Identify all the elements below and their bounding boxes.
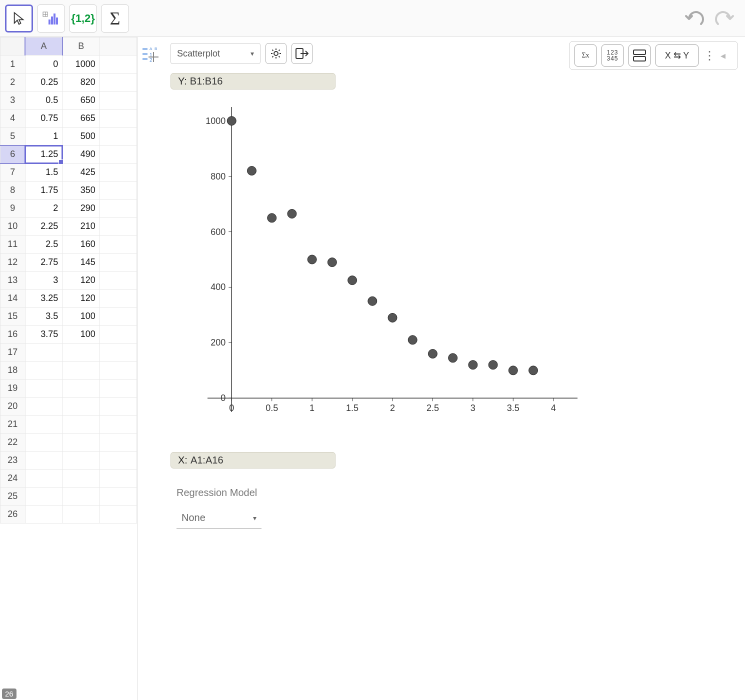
cell-B1[interactable]: 1000 (62, 56, 100, 74)
cell-B2[interactable]: 820 (62, 74, 100, 92)
data-point-4[interactable] (308, 255, 316, 264)
row-header-4[interactable]: 4 (0, 110, 26, 128)
cell-C1[interactable] (100, 56, 136, 74)
cell-C14[interactable] (100, 290, 136, 308)
row-header-13[interactable]: 13 (0, 272, 26, 290)
cell-C19[interactable] (100, 380, 136, 398)
data-point-13[interactable] (488, 360, 498, 370)
cell-C21[interactable] (100, 416, 136, 434)
row-header-6[interactable]: 6 (0, 146, 26, 164)
row-header-21[interactable]: 21 (0, 416, 26, 434)
cell-C16[interactable] (100, 326, 136, 344)
plot-type-select[interactable]: Scatterplot ▾ (170, 43, 260, 64)
cell-B22[interactable] (62, 434, 100, 452)
cell-A23[interactable] (25, 452, 62, 470)
row-header-19[interactable]: 19 (0, 380, 26, 398)
row-header-18[interactable]: 18 (0, 362, 26, 380)
data-point-14[interactable] (508, 366, 518, 375)
show-statistics-button[interactable]: Σx (574, 44, 596, 66)
cell-C25[interactable] (100, 488, 136, 506)
cell-A1[interactable]: 0 (25, 56, 62, 74)
cell-A9[interactable]: 2 (25, 200, 62, 218)
data-point-10[interactable] (428, 350, 437, 358)
more-options-button[interactable]: ⋮ (704, 48, 716, 62)
cell-A15[interactable]: 3.5 (25, 308, 62, 326)
cell-C4[interactable] (100, 110, 136, 128)
row-header-2[interactable]: 2 (0, 74, 26, 92)
sum-tool-button[interactable]: Σ (101, 4, 129, 32)
cell-A21[interactable] (25, 416, 62, 434)
cell-A19[interactable] (25, 380, 62, 398)
undo-button[interactable] (682, 8, 708, 30)
cell-C2[interactable] (100, 74, 136, 92)
x-range-input[interactable]: X: A1:A16 (170, 452, 336, 468)
cell-B25[interactable] (62, 488, 100, 506)
cell-A20[interactable] (25, 398, 62, 416)
cell-C10[interactable] (100, 218, 136, 236)
cell-C12[interactable] (100, 254, 136, 272)
cell-A2[interactable]: 0.25 (25, 74, 62, 92)
row-header-12[interactable]: 12 (0, 254, 26, 272)
data-point-3[interactable] (288, 210, 296, 218)
cell-B17[interactable] (62, 344, 100, 362)
data-point-6[interactable] (348, 276, 357, 285)
cell-A24[interactable] (25, 470, 62, 488)
cell-B23[interactable] (62, 452, 100, 470)
cell-B19[interactable] (62, 380, 100, 398)
cell-C23[interactable] (100, 452, 136, 470)
cell-B12[interactable]: 145 (62, 254, 100, 272)
cell-A16[interactable]: 3.75 (25, 326, 62, 344)
cell-B10[interactable]: 210 (62, 218, 100, 236)
cell-B20[interactable] (62, 398, 100, 416)
data-point-15[interactable] (529, 366, 538, 375)
collapse-panel-button[interactable]: ◂ (720, 50, 732, 62)
cell-A25[interactable] (25, 488, 62, 506)
cell-A11[interactable]: 2.5 (25, 236, 62, 254)
cell-B14[interactable]: 120 (62, 290, 100, 308)
layout-button[interactable] (628, 44, 650, 66)
cell-B13[interactable]: 120 (62, 272, 100, 290)
cell-C3[interactable] (100, 92, 136, 110)
cell-B5[interactable]: 500 (62, 128, 100, 146)
cell-C6[interactable] (100, 146, 136, 164)
cell-A7[interactable]: 1.5 (25, 164, 62, 182)
data-point-0[interactable] (227, 116, 236, 126)
column-header-A[interactable]: A (25, 38, 62, 56)
data-point-11[interactable] (448, 354, 458, 362)
cell-B3[interactable]: 650 (62, 92, 100, 110)
cell-B21[interactable] (62, 416, 100, 434)
swap-xy-button[interactable]: X ⇆ Y (656, 44, 698, 66)
cell-A10[interactable]: 2.25 (25, 218, 62, 236)
cell-A14[interactable]: 3.25 (25, 290, 62, 308)
cell-A26[interactable] (25, 506, 62, 524)
cell-C7[interactable] (100, 164, 136, 182)
cell-C11[interactable] (100, 236, 136, 254)
cell-C17[interactable] (100, 344, 136, 362)
cell-B9[interactable]: 290 (62, 200, 100, 218)
number-format-button[interactable]: 123 345 (602, 44, 624, 66)
row-header-24[interactable]: 24 (0, 470, 26, 488)
row-header-1[interactable]: 1 (0, 56, 26, 74)
cell-B15[interactable]: 100 (62, 308, 100, 326)
cell-A5[interactable]: 1 (25, 128, 62, 146)
cell-C9[interactable] (100, 200, 136, 218)
settings-button[interactable] (266, 43, 286, 64)
row-header-22[interactable]: 22 (0, 434, 26, 452)
row-header-7[interactable]: 7 (0, 164, 26, 182)
cell-C18[interactable] (100, 362, 136, 380)
row-header-9[interactable]: 9 (0, 200, 26, 218)
move-tool-button[interactable] (5, 4, 33, 32)
cell-B24[interactable] (62, 470, 100, 488)
data-point-8[interactable] (388, 313, 397, 322)
row-header-14[interactable]: 14 (0, 290, 26, 308)
cell-A18[interactable] (25, 362, 62, 380)
data-point-2[interactable] (268, 214, 276, 222)
cell-C20[interactable] (100, 398, 136, 416)
cell-B7[interactable]: 425 (62, 164, 100, 182)
row-header-23[interactable]: 23 (0, 452, 26, 470)
data-point-12[interactable] (468, 360, 478, 370)
cell-A22[interactable] (25, 434, 62, 452)
cell-B4[interactable]: 665 (62, 110, 100, 128)
cell-A12[interactable]: 2.75 (25, 254, 62, 272)
row-header-15[interactable]: 15 (0, 308, 26, 326)
